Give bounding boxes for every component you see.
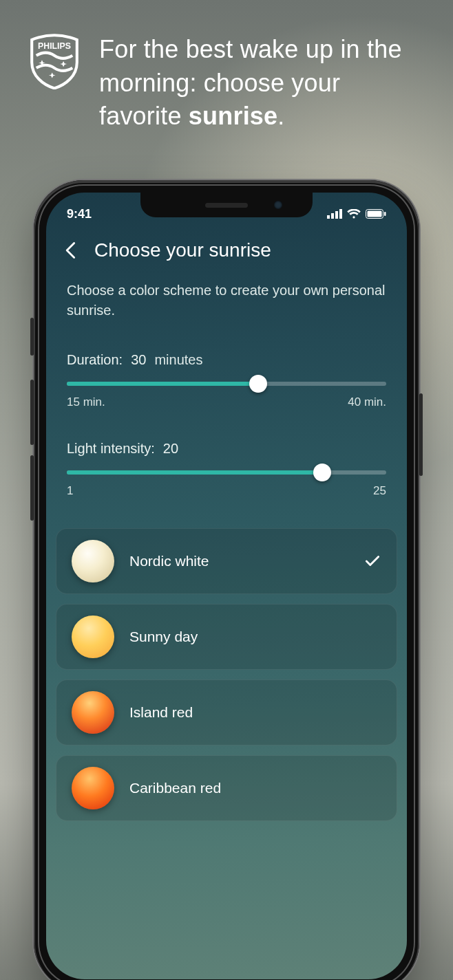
color-option[interactable]: Caribbean red — [56, 755, 397, 821]
svg-rect-4 — [339, 209, 342, 219]
philips-logo: PHILIPS — [26, 33, 83, 89]
svg-rect-6 — [368, 211, 382, 217]
page-title: Choose your sunrise — [94, 239, 271, 261]
svg-rect-1 — [327, 215, 330, 219]
intro-text: Choose a color scheme to create your own… — [67, 281, 386, 320]
duration-slider[interactable] — [67, 382, 386, 386]
color-swatch — [72, 767, 114, 809]
duration-min: 15 min. — [67, 395, 105, 409]
color-option-label: Sunny day — [129, 629, 381, 645]
color-option[interactable]: Island red — [56, 679, 397, 745]
color-swatch — [72, 691, 114, 734]
intensity-slider[interactable] — [67, 470, 386, 475]
color-option[interactable]: Nordic white — [56, 528, 397, 594]
marketing-headline: For the best wake up in the morning: cho… — [99, 33, 427, 133]
back-icon[interactable] — [61, 241, 81, 260]
duration-unit: minutes — [154, 352, 202, 368]
wifi-icon — [347, 209, 361, 219]
color-swatch — [72, 540, 114, 582]
duration-max: 40 min. — [348, 395, 386, 409]
svg-rect-2 — [331, 213, 334, 219]
duration-label: Duration: — [67, 352, 123, 368]
svg-text:PHILIPS: PHILIPS — [38, 41, 71, 51]
color-option-label: Island red — [129, 704, 381, 721]
intensity-min: 1 — [67, 484, 73, 498]
color-swatch — [72, 616, 114, 658]
color-option-label: Nordic white — [129, 553, 348, 569]
battery-icon — [366, 209, 386, 219]
duration-section: Duration: 30 minutes 15 min. 40 min. — [67, 352, 386, 409]
intensity-section: Light intensity: 20 1 25 — [67, 441, 386, 498]
svg-rect-7 — [384, 212, 386, 216]
check-icon — [364, 552, 381, 570]
status-time: 9:41 — [67, 207, 92, 221]
phone-mockup: 9:41 Choose your sunrise Choose a color … — [34, 180, 419, 980]
intensity-label: Light intensity: — [67, 441, 155, 457]
intensity-value: 20 — [163, 441, 178, 457]
color-option[interactable]: Sunny day — [56, 604, 397, 670]
intensity-max: 25 — [373, 484, 386, 498]
color-option-label: Caribbean red — [129, 780, 381, 796]
duration-value: 30 — [131, 352, 146, 368]
svg-rect-3 — [335, 211, 338, 219]
cellular-icon — [327, 209, 342, 219]
